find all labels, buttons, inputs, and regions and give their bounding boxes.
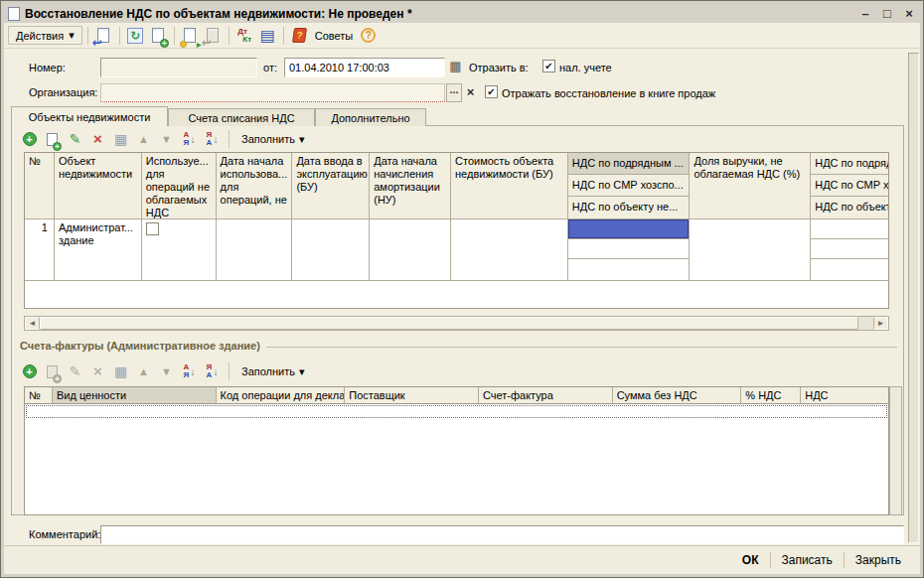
column-header-supplier[interactable]: Поставщик [345,387,479,403]
refresh-icon[interactable]: ↻ [125,25,146,46]
copy-row-icon[interactable]: + [43,362,62,381]
invoices-table-vscrollbar[interactable] [889,386,902,515]
form-vscrollbar[interactable] [908,53,919,543]
fill-button[interactable]: Заполнить ▾ [236,364,310,379]
column-header-used-nontaxable[interactable]: Используе... для операций не облагаемых … [142,153,217,218]
calendar-icon[interactable]: ▦ [447,59,464,77]
comment-input[interactable] [100,525,904,544]
move-down-icon[interactable]: ▼ [157,362,176,381]
column-header-number[interactable]: № [25,387,53,403]
tab-additional[interactable]: Дополнительно [315,108,426,126]
report-structure-icon[interactable]: ▤ [257,25,278,46]
column-header-vat-contractors[interactable]: НДС по подрядным ... [568,153,690,175]
object-cost-cell[interactable] [451,219,568,280]
vat-object-2-cell[interactable] [811,259,888,279]
post-document-icon[interactable]: ▸ [180,25,201,46]
column-header-depreciation-start[interactable]: Дата начала начисления амортизации (НУ) [370,153,451,218]
invoices-table: № Вид ценности Код операции для декла...… [24,386,889,515]
advice-book-icon[interactable]: ? [289,25,310,46]
write-document-icon[interactable]: ↩ [93,25,114,46]
vat-smr-cell[interactable] [568,239,690,259]
move-up-icon[interactable]: ▲ [134,362,153,381]
column-header-vat-object-2[interactable]: НДС по объекту н [811,197,888,217]
write-button[interactable]: Записать [771,550,844,570]
tab-vat-writeoff-accounts[interactable]: Счета списания НДС [168,108,315,126]
sort-ascending-icon[interactable]: А Я ↓ [180,362,199,381]
vat-object-cell[interactable] [568,259,690,279]
invoices-table-body[interactable] [25,404,888,514]
column-header-revenue-share[interactable]: Доля выручки, не облагаемая НДС (%) [690,153,811,218]
column-header-usage-start-date[interactable]: Дата начала использова... для операций, … [217,153,293,218]
organization-clear-icon[interactable]: × [463,83,478,102]
date-input[interactable]: 01.04.2010 17:00:03 [284,58,445,77]
unpost-document-icon[interactable]: ↩ [203,25,224,46]
add-row-icon[interactable]: + [20,130,39,149]
depreciation-start-cell[interactable] [370,219,451,280]
column-header-commissioning-date[interactable]: Дата ввода в эксплуатацию (БУ) [292,153,370,218]
usage-start-date-cell[interactable] [217,219,293,280]
document-icon [8,7,20,21]
toolbar-separator [174,27,175,45]
sort-descending-icon[interactable]: Я А ↓ [203,130,222,149]
column-header-vat-smr-2[interactable]: НДС по СМР хозс [811,175,888,197]
selected-cell[interactable] [568,219,690,239]
column-header-object-cost[interactable]: Стоимость объекта недвижимости (БУ) [451,153,568,218]
column-header-operation-code[interactable]: Код операции для декла... [217,387,346,403]
tips-button[interactable]: Советы [312,30,356,42]
column-header-vat-group-left: НДС по подрядным ... НДС по СМР хозспо..… [568,153,691,218]
column-header-vat-contractors-2[interactable]: НДС по подрядны [811,153,888,175]
row-number-cell[interactable]: 1 [25,219,55,280]
focus-row[interactable] [26,405,887,418]
help-icon[interactable]: ? [358,25,379,46]
number-input[interactable] [100,58,257,77]
objects-table-hscrollbar[interactable]: ◄ ► [24,316,889,331]
tab-objects[interactable]: Объекты недвижимости [11,106,168,126]
column-header-vat-group-right: НДС по подрядны НДС по СМР хозс НДС по о… [811,153,888,218]
copy-row-icon[interactable]: + [43,130,62,149]
column-header-invoice[interactable]: Счет-фактура [479,387,613,403]
close-form-button[interactable]: Закрыть [845,550,912,570]
copy-document-icon[interactable]: + [148,25,169,46]
add-row-icon[interactable]: + [20,362,39,381]
column-header-value-type[interactable]: Вид ценности [53,387,217,403]
delete-row-icon[interactable]: × [88,130,107,149]
used-nontaxable-cell[interactable] [142,219,217,280]
sales-book-checkbox[interactable]: ✔ [485,85,498,98]
vat-smr-2-cell[interactable] [811,239,888,259]
end-edit-icon[interactable]: ▦ [111,362,130,381]
edit-row-icon[interactable]: ✎ [66,130,84,149]
commissioning-date-cell[interactable] [292,219,370,280]
vat-contractors-2-cell[interactable] [811,219,888,239]
sort-descending-icon[interactable]: Я А ↓ [203,362,222,381]
move-down-icon[interactable]: ▼ [157,130,176,149]
fill-button[interactable]: Заполнить ▾ [236,132,310,147]
dt-kt-postings-icon[interactable]: Дт Кт [234,25,255,46]
delete-row-icon[interactable]: × [88,362,107,381]
column-header-object[interactable]: Объект недвижимости [55,153,142,218]
maximize-button[interactable]: □ [880,6,894,21]
sort-ascending-icon[interactable]: А Я ↓ [180,130,199,149]
column-header-vat-object[interactable]: НДС по объекту не... [568,197,690,217]
column-header-vat-smr[interactable]: НДС по СМР хозспо... [568,175,690,197]
scroll-left-icon[interactable]: ◄ [25,317,40,330]
column-header-amount-without-vat[interactable]: Сумма без НДС [613,387,742,403]
edit-row-icon[interactable]: ✎ [66,362,84,381]
scrollbar-thumb[interactable] [40,317,858,330]
column-header-number[interactable]: № [25,153,55,218]
object-cell[interactable]: Администрат... здание [55,219,142,280]
tax-accounting-checkbox[interactable]: ✔ [542,60,555,72]
close-button[interactable]: × [902,6,916,21]
revenue-share-cell[interactable] [690,219,811,280]
organization-input[interactable] [100,83,445,102]
organization-select-button[interactable]: ... [446,83,462,102]
move-up-icon[interactable]: ▲ [134,130,153,149]
ok-button[interactable]: ОК [731,550,770,570]
end-edit-icon[interactable]: ▦ [111,130,130,149]
title-bar: Восстановление НДС по объектам недвижимо… [4,4,920,23]
row-checkbox[interactable] [146,222,159,235]
column-header-vat-percent[interactable]: % НДС [741,387,801,403]
column-header-vat[interactable]: НДС [801,387,888,403]
scroll-right-icon[interactable]: ► [873,317,888,330]
actions-button[interactable]: Действия ▾ [8,26,82,45]
minimize-button[interactable]: – [858,6,872,21]
